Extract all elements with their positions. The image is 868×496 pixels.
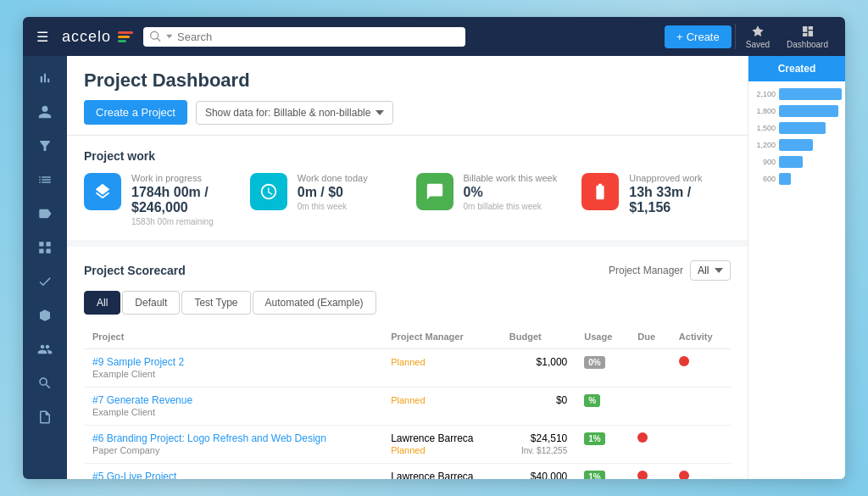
chart-bar [779,122,826,134]
chart-label: 600 [752,175,776,183]
sidebar-item-list[interactable] [28,164,62,195]
dashboard-button[interactable]: Dashboard [780,23,835,51]
manager-cell: Lawrence BarrecaActive [382,464,501,480]
due-cell [629,464,670,480]
person-icon [37,104,53,120]
chart-label: 900 [752,158,776,166]
logo-line-green [118,40,126,42]
dropdown-chevron-icon [376,110,384,115]
search-icon [150,31,161,42]
scorecard-title: Project Scorecard [84,264,186,277]
scorecard-section: Project Scorecard Project Manager All Al… [67,247,748,479]
project-cell: #7 Generate RevenueExample Client [84,387,382,426]
red-dot [679,471,689,479]
project-link[interactable]: #7 Generate Revenue [92,394,192,406]
sidebar-item-people[interactable] [28,334,62,365]
activity-cell [670,349,731,387]
sidebar-item-filter[interactable] [28,131,62,161]
chart-row: 2,100 [752,88,842,100]
topbar: ☰ accelo + Create Saved [23,17,845,56]
stat-info-billable: Billable work this week 0% 0m billable t… [464,173,558,211]
search-bar [143,27,465,47]
box-icon [37,308,53,323]
chart-bar [779,139,813,151]
manager-cell: Lawrence BarrecaPlanned [382,426,501,464]
saved-button[interactable]: Saved [739,23,776,51]
col-manager: Project Manager [382,325,501,349]
red-dot [637,432,648,443]
stat-info-unapproved: Unapproved work 13h 33m / $1,156 [629,173,731,217]
manager-cell: Planned [382,387,501,426]
dashboard-icon [801,25,815,38]
budget-cell: $1,000 [501,349,576,387]
activity-cell [670,387,731,426]
chart-label: 1,800 [752,107,776,115]
stat-icon-unapproved [581,173,619,210]
stat-info-wip: Work in progress 1784h 00m / $246,000 15… [131,173,233,226]
stats-title: Project work [84,149,731,163]
budget-cell: $0 [501,387,576,426]
chart-label: 1,500 [752,124,776,132]
star-icon [751,25,765,38]
usage-cell: 1% [576,464,629,480]
topbar-actions: + Create Saved Dashboard [665,23,835,51]
search-input[interactable] [177,31,459,43]
sidebar-item-grid[interactable] [28,232,62,263]
chart-row: 1,500 [752,122,842,134]
table-row: #7 Generate RevenueExample Client Planne… [84,387,731,426]
sidebar-item-chart[interactable] [28,63,62,93]
logo: accelo [62,28,133,46]
chart-label: 2,100 [752,90,776,98]
usage-cell: % [576,387,629,426]
activity-cell [670,426,731,464]
chart-bar [779,173,791,185]
logo-lines [118,31,133,42]
col-project: Project [84,325,382,349]
manager-select[interactable]: All [690,260,731,281]
filter-icon [37,138,53,153]
project-client: Example Client [92,407,155,417]
sidebar-item-doc[interactable] [28,402,62,432]
search2-icon [37,376,53,391]
sidebar-item-search[interactable] [28,368,62,398]
red-dot [679,356,689,366]
sidebar-item-box[interactable] [28,300,62,331]
layers-icon [93,182,112,201]
doc-icon [37,410,53,425]
project-link[interactable]: #6 Branding Project: Logo Refresh and We… [92,432,326,444]
grid-icon [37,240,53,255]
clock-icon [259,182,278,201]
content: Project Dashboard Create a Project Show … [67,56,748,479]
chart-row: 1,200 [752,139,842,151]
create-button[interactable]: + Create [665,25,732,48]
show-data-selector[interactable]: Show data for: Billable & non-billable [196,101,393,125]
stat-card-today: Work done today 0m / $0 0m this week [250,173,399,226]
table-row: #9 Sample Project 2Example Client Planne… [84,349,731,387]
check-icon [37,274,53,289]
sidebar-item-check[interactable] [28,266,62,297]
stat-info-today: Work done today 0m / $0 0m this week [298,173,368,211]
stat-icon-today [250,173,287,210]
due-cell [629,426,670,464]
sidebar-item-tag[interactable] [28,198,62,229]
tab-all[interactable]: All [84,291,120,315]
app-frame: ☰ accelo + Create Saved [23,17,845,479]
stats-section: Project work Work in progress 1784h 00m … [67,136,748,240]
tab-default[interactable]: Default [122,291,180,315]
project-table: Project Project Manager Budget Usage Due… [84,325,731,479]
tag-icon [37,206,53,221]
project-link[interactable]: #9 Sample Project 2 [92,356,184,368]
tab-test-type[interactable]: Test Type [181,291,250,315]
project-link[interactable]: #5 Go-Live Project [92,471,176,479]
table-row: #6 Branding Project: Logo Refresh and We… [84,426,731,464]
dropdown-icon[interactable] [166,33,172,40]
red-dot [637,471,648,479]
logo-line-red [118,31,133,34]
right-panel-header: Created [748,56,845,81]
sidebar-item-person[interactable] [28,97,62,127]
menu-icon[interactable]: ☰ [33,25,52,48]
stat-card-wip: Work in progress 1784h 00m / $246,000 15… [84,173,233,226]
tab-automated[interactable]: Automated (Example) [253,291,376,315]
col-budget: Budget [501,325,576,349]
create-project-button[interactable]: Create a Project [84,100,187,125]
